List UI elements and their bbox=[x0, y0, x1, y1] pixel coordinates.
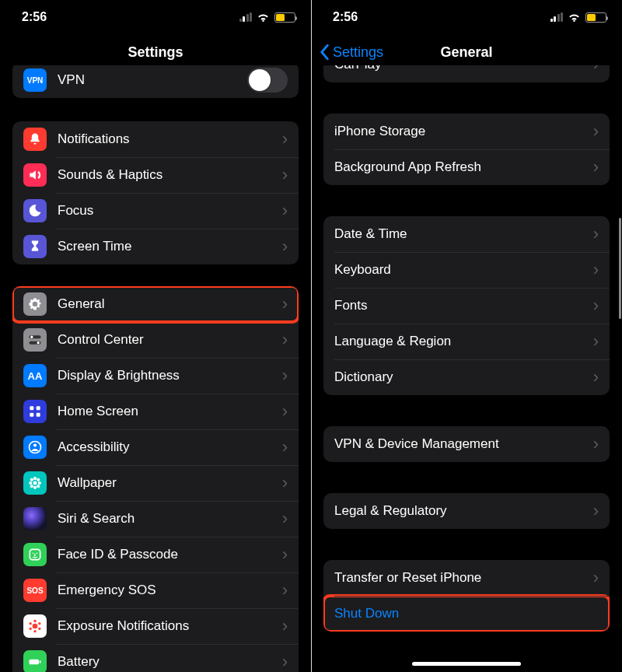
row-siri-search[interactable]: Siri & Search› bbox=[12, 501, 299, 537]
row-wallpaper[interactable]: Wallpaper› bbox=[12, 465, 299, 501]
row-label: Display & Brightness bbox=[58, 368, 278, 383]
row-transfer-or-reset-iphone[interactable]: Transfer or Reset iPhone› bbox=[323, 560, 610, 596]
home-indicator[interactable] bbox=[412, 662, 521, 666]
chevron-right-icon: › bbox=[282, 544, 288, 565]
chevron-right-icon: › bbox=[282, 201, 288, 221]
svg-rect-30 bbox=[40, 660, 41, 663]
back-button[interactable]: Settings bbox=[319, 44, 383, 61]
row-emergency-sos[interactable]: SOSEmergency SOS› bbox=[12, 572, 299, 608]
row-label: Language & Region bbox=[334, 334, 589, 349]
chevron-right-icon: › bbox=[593, 331, 599, 352]
row-general[interactable]: General› bbox=[12, 286, 299, 322]
page-title: General bbox=[440, 44, 492, 61]
chevron-right-icon: › bbox=[593, 224, 599, 244]
svg-point-27 bbox=[33, 620, 36, 622]
svg-point-8 bbox=[30, 442, 41, 453]
chevron-right-icon: › bbox=[593, 367, 599, 387]
row-home-screen[interactable]: Home Screen› bbox=[12, 394, 299, 429]
svg-point-25 bbox=[30, 628, 32, 630]
svg-point-24 bbox=[38, 622, 40, 625]
svg-point-28 bbox=[33, 630, 36, 632]
chevron-right-icon: › bbox=[593, 157, 599, 177]
chevron-right-icon: › bbox=[282, 165, 288, 185]
row-label: Control Center bbox=[58, 332, 278, 348]
battery-icon bbox=[585, 12, 606, 23]
row-background-app-refresh[interactable]: Background App Refresh› bbox=[323, 149, 610, 185]
row-display-brightness[interactable]: AADisplay & Brightness› bbox=[12, 358, 299, 394]
svg-point-3 bbox=[37, 341, 40, 344]
row-label: Fonts bbox=[334, 298, 589, 313]
row-keyboard[interactable]: Keyboard› bbox=[323, 252, 610, 288]
row-dictionary[interactable]: Dictionary› bbox=[323, 359, 610, 395]
row-battery[interactable]: Battery› bbox=[12, 644, 299, 672]
row-vpn[interactable]: VPN VPN bbox=[12, 65, 299, 98]
row-fonts[interactable]: Fonts› bbox=[323, 288, 610, 324]
row-face-id-passcode[interactable]: Face ID & Passcode› bbox=[12, 537, 299, 572]
battery-icon bbox=[274, 12, 295, 23]
row-notifications[interactable]: Notifications› bbox=[12, 121, 299, 157]
chevron-right-icon: › bbox=[593, 434, 599, 454]
chevron-right-icon: › bbox=[593, 121, 599, 142]
chevron-left-icon bbox=[319, 44, 330, 61]
svg-point-10 bbox=[33, 481, 37, 485]
svg-rect-4 bbox=[30, 406, 33, 410]
row-label: Home Screen bbox=[58, 404, 278, 419]
row-language-region[interactable]: Language & Region› bbox=[323, 324, 610, 359]
battery-icon bbox=[23, 650, 47, 672]
status-right bbox=[550, 12, 607, 23]
svg-point-1 bbox=[30, 336, 33, 338]
row-label: Wallpaper bbox=[58, 475, 278, 491]
svg-rect-5 bbox=[37, 406, 40, 410]
row-label: Shut Down bbox=[334, 606, 599, 621]
chevron-right-icon: › bbox=[593, 296, 599, 316]
gear-icon bbox=[23, 292, 47, 316]
row-accessibility[interactable]: Accessibility› bbox=[12, 429, 299, 465]
chevron-right-icon: › bbox=[282, 580, 288, 600]
page-title: Settings bbox=[128, 44, 183, 61]
svg-point-11 bbox=[33, 477, 37, 480]
vpn-toggle[interactable] bbox=[247, 68, 288, 93]
svg-point-23 bbox=[30, 622, 32, 625]
row-label: Battery bbox=[58, 654, 278, 670]
row-label: Sounds & Haptics bbox=[58, 167, 278, 183]
chevron-right-icon: › bbox=[282, 129, 288, 149]
row-screen-time[interactable]: Screen Time› bbox=[12, 229, 299, 264]
row-focus[interactable]: Focus› bbox=[12, 193, 299, 229]
row-label: VPN bbox=[58, 72, 247, 88]
svg-point-12 bbox=[33, 486, 37, 489]
row-label: General bbox=[58, 296, 278, 312]
exposure-icon bbox=[23, 614, 47, 638]
settings-content[interactable]: VPN VPN Notifications›Sounds & Haptics›F… bbox=[0, 65, 311, 672]
row-control-center[interactable]: Control Center› bbox=[12, 322, 299, 358]
row-iphone-storage[interactable]: iPhone Storage› bbox=[323, 114, 610, 149]
screens-divider bbox=[311, 0, 312, 672]
status-right bbox=[239, 12, 296, 23]
row-label: Date & Time bbox=[334, 226, 589, 242]
svg-rect-7 bbox=[37, 413, 40, 417]
status-bar: 2:56 bbox=[311, 0, 622, 34]
chevron-right-icon: › bbox=[282, 401, 288, 422]
row-date-time[interactable]: Date & Time› bbox=[323, 216, 610, 252]
row-legal-regulatory[interactable]: Legal & Regulatory› bbox=[323, 493, 610, 529]
hourglass-icon bbox=[23, 235, 47, 258]
flower-icon bbox=[23, 471, 47, 495]
siri-icon bbox=[23, 507, 47, 530]
chevron-right-icon: › bbox=[593, 260, 599, 280]
row-label: Keyboard bbox=[334, 262, 589, 278]
svg-point-17 bbox=[30, 485, 33, 488]
row-label: Accessibility bbox=[58, 439, 278, 455]
row-shut-down[interactable]: Shut Down bbox=[323, 596, 610, 632]
row-vpn-device-management[interactable]: VPN & Device Management› bbox=[323, 426, 610, 462]
row-label: Notifications bbox=[58, 131, 278, 147]
row-carplay[interactable]: CarPlay› bbox=[323, 65, 610, 82]
general-screen: 2:56 Settings General CarPlay› iPhone St… bbox=[311, 0, 622, 672]
row-sounds-haptics[interactable]: Sounds & Haptics› bbox=[12, 157, 299, 193]
row-label: Exposure Notifications bbox=[58, 618, 278, 634]
general-content[interactable]: CarPlay› iPhone Storage›Background App R… bbox=[311, 65, 622, 672]
svg-point-21 bbox=[37, 553, 38, 555]
row-exposure-notifications[interactable]: Exposure Notifications› bbox=[12, 608, 299, 644]
vpn-icon: VPN bbox=[23, 68, 47, 92]
cellular-icon bbox=[550, 12, 564, 22]
chevron-right-icon: › bbox=[593, 65, 599, 75]
svg-point-15 bbox=[30, 478, 33, 481]
